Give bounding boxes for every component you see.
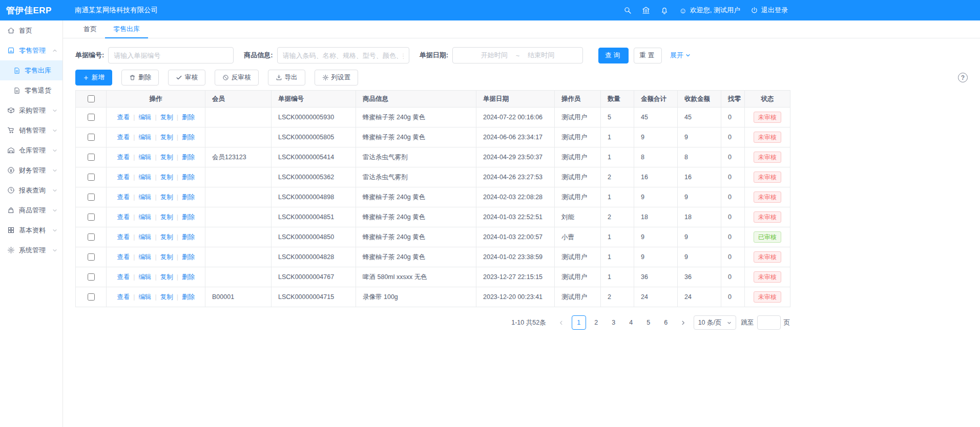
page-button-1[interactable]: 1 [572, 315, 586, 330]
row-action-edit[interactable]: 编辑 [138, 233, 151, 241]
row-action-copy[interactable]: 复制 [160, 134, 173, 141]
next-page-button[interactable] [676, 315, 691, 330]
page-size-select[interactable]: 10 条/页 [694, 315, 736, 330]
search-icon[interactable] [623, 6, 632, 14]
row-action-copy[interactable]: 复制 [160, 154, 173, 161]
row-action-copy[interactable]: 复制 [160, 114, 173, 121]
row-checkbox[interactable] [88, 233, 95, 241]
row-action-view[interactable]: 查看 [117, 273, 130, 281]
tab-home[interactable]: 首页 [75, 20, 105, 38]
row-checkbox[interactable] [88, 214, 95, 221]
page-button-4[interactable]: 4 [624, 315, 638, 330]
prev-page-button[interactable] [554, 315, 569, 330]
bill-no-input[interactable] [108, 47, 234, 63]
sidebar-item-label: 零售退货 [25, 86, 51, 95]
row-checkbox[interactable] [88, 134, 95, 141]
row-action-copy[interactable]: 复制 [160, 174, 173, 181]
row-checkbox[interactable] [88, 174, 95, 181]
row-action-view[interactable]: 查看 [117, 214, 130, 221]
bell-icon[interactable] [660, 6, 669, 14]
sidebar-item-goods[interactable]: 商品管理 [0, 200, 62, 220]
unaudit-button[interactable]: 反审核 [215, 70, 259, 86]
status-badge: 未审核 [754, 211, 781, 223]
reset-button[interactable]: 重置 [634, 48, 662, 63]
help-icon[interactable]: ? [958, 73, 968, 82]
cell-product: 蜂蜜柚子茶 240g 黄色 [356, 108, 476, 127]
row-action-copy[interactable]: 复制 [160, 194, 173, 201]
sidebar-item-basic[interactable]: 基本资料 [0, 220, 62, 240]
row-action-copy[interactable]: 复制 [160, 253, 173, 261]
row-action-copy[interactable]: 复制 [160, 214, 173, 221]
action-separator: | [133, 253, 135, 261]
row-checkbox[interactable] [88, 293, 95, 301]
page-button-2[interactable]: 2 [589, 315, 603, 330]
row-action-delete[interactable]: 删除 [182, 174, 195, 181]
column-settings-button[interactable]: 列设置 [315, 70, 359, 86]
row-action-view[interactable]: 查看 [117, 174, 130, 181]
row-action-view[interactable]: 查看 [117, 253, 130, 261]
cell-bill-no: LSCK00000004715 [272, 287, 356, 307]
row-action-edit[interactable]: 编辑 [138, 134, 151, 141]
page-button-3[interactable]: 3 [607, 315, 621, 330]
row-action-edit[interactable]: 编辑 [138, 214, 151, 221]
date-range-picker[interactable]: 开始时间 ~ 结束时间 [452, 47, 583, 63]
row-action-view[interactable]: 查看 [117, 114, 130, 121]
row-action-view[interactable]: 查看 [117, 154, 130, 161]
row-action-edit[interactable]: 编辑 [138, 174, 151, 181]
expand-link[interactable]: 展开 [670, 51, 691, 60]
page-button-6[interactable]: 6 [659, 315, 673, 330]
row-action-delete[interactable]: 删除 [182, 293, 195, 301]
sidebar-item-sales[interactable]: 销售管理 [0, 120, 62, 140]
row-action-edit[interactable]: 编辑 [138, 194, 151, 201]
row-action-edit[interactable]: 编辑 [138, 253, 151, 261]
sidebar-item-purchase[interactable]: 采购管理 [0, 100, 62, 120]
sidebar-item-report[interactable]: 报表查询 [0, 180, 62, 200]
welcome-user[interactable]: ☺ 欢迎您, 测试用户 [679, 6, 740, 15]
row-action-delete[interactable]: 删除 [182, 114, 195, 121]
sidebar-item-home[interactable]: 首页 [0, 20, 62, 40]
row-action-edit[interactable]: 编辑 [138, 154, 151, 161]
row-action-view[interactable]: 查看 [117, 134, 130, 141]
logout-button[interactable]: 退出登录 [750, 6, 788, 15]
sidebar-item-retail-out[interactable]: 零售出库 [0, 60, 62, 80]
row-checkbox[interactable] [88, 253, 95, 261]
delete-button[interactable]: 删除 [121, 70, 159, 86]
select-all-checkbox[interactable] [88, 95, 95, 102]
row-action-view[interactable]: 查看 [117, 293, 130, 301]
row-action-delete[interactable]: 删除 [182, 134, 195, 141]
row-action-copy[interactable]: 复制 [160, 233, 173, 241]
action-separator: | [177, 134, 178, 141]
row-action-delete[interactable]: 删除 [182, 253, 195, 261]
row-action-delete[interactable]: 删除 [182, 233, 195, 241]
row-action-view[interactable]: 查看 [117, 194, 130, 201]
search-button[interactable]: 查询 [598, 48, 629, 63]
row-action-delete[interactable]: 删除 [182, 273, 195, 281]
row-action-copy[interactable]: 复制 [160, 273, 173, 281]
row-action-copy[interactable]: 复制 [160, 293, 173, 301]
row-action-delete[interactable]: 删除 [182, 214, 195, 221]
tab-retail-out[interactable]: 零售出库 [105, 20, 148, 38]
row-action-edit[interactable]: 编辑 [138, 273, 151, 281]
export-button[interactable]: 导出 [268, 70, 305, 86]
sidebar-item-system[interactable]: 系统管理 [0, 240, 62, 260]
row-action-delete[interactable]: 删除 [182, 194, 195, 201]
row-action-view[interactable]: 查看 [117, 233, 130, 241]
row-action-edit[interactable]: 编辑 [138, 293, 151, 301]
page-button-5[interactable]: 5 [641, 315, 656, 330]
row-checkbox[interactable] [88, 273, 95, 281]
add-button[interactable]: 新增 [75, 70, 112, 86]
row-checkbox[interactable] [88, 114, 95, 121]
row-action-edit[interactable]: 编辑 [138, 114, 151, 121]
sidebar-item-label: 商品管理 [19, 206, 52, 215]
sidebar-item-retail-return[interactable]: 零售退货 [0, 80, 62, 100]
jump-input[interactable] [757, 315, 781, 330]
audit-button[interactable]: 审核 [168, 70, 205, 86]
bank-icon[interactable] [642, 6, 650, 14]
row-checkbox[interactable] [88, 154, 95, 161]
row-checkbox[interactable] [88, 194, 95, 201]
sidebar-item-warehouse[interactable]: 仓库管理 [0, 140, 62, 160]
sidebar-item-retail[interactable]: 零售管理 [0, 40, 62, 60]
row-action-delete[interactable]: 删除 [182, 154, 195, 161]
product-info-input[interactable] [277, 47, 409, 63]
sidebar-item-finance[interactable]: 财务管理 [0, 160, 62, 180]
